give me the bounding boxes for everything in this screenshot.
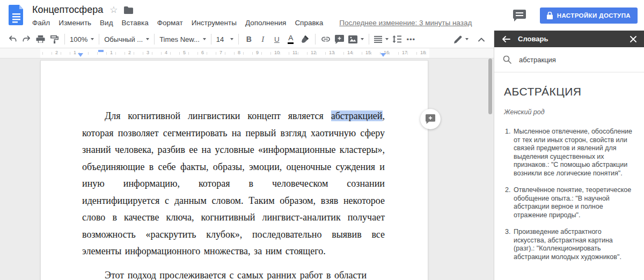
underline-button[interactable]: U [270, 33, 284, 46]
lock-icon [547, 12, 553, 19]
paragraph-1[interactable]: Для когнитивной лингвистики концепт явля… [82, 108, 385, 260]
paragraph-2[interactable]: Этот подход прослеживается с самых ранни… [82, 267, 385, 280]
document-area: Для когнитивной лингвистики концепт явля… [0, 58, 494, 280]
share-settings-label: НАСТРОЙКИ ДОСТУПА [557, 12, 631, 19]
font-size-value: 14 [216, 35, 224, 43]
paragraph-1-after: , которая позволяет сегментировать на пе… [82, 110, 385, 256]
chevron-down-icon [203, 38, 206, 40]
document-title[interactable]: Концептосфера [32, 4, 103, 16]
folder-icon[interactable] [124, 6, 133, 14]
ruler-number: 3 [147, 50, 149, 55]
title-row: Концептосфера ☆ [32, 4, 133, 16]
dictionary-search-row [494, 47, 644, 72]
zoom-select[interactable]: 100% [68, 33, 96, 46]
ruler-number: 7 [219, 50, 222, 55]
ruler-number: 2 [128, 50, 131, 55]
ruler-number: 11 [292, 50, 297, 55]
toolbar-separator [211, 34, 211, 45]
definition-item: Произведение абстрактного искусства, абс… [513, 228, 634, 261]
chevron-down-icon [146, 38, 149, 40]
align-button[interactable] [372, 33, 390, 46]
back-arrow-icon[interactable] [502, 35, 510, 43]
dictionary-definitions-list: Мысленное отвлечение, обособление от тех… [513, 128, 634, 261]
last-edit-link[interactable]: Последнее изменение: 3 минуты назад [339, 19, 472, 27]
chevron-down-icon [465, 38, 469, 40]
top-bar: Концептосфера ☆ Файл Изменить Вид Вставк… [0, 0, 644, 31]
paragraph-style-select[interactable]: Обычный ... [103, 33, 151, 46]
font-size-select[interactable]: 14 [215, 33, 235, 46]
menu-item-addons[interactable]: Дополнения [241, 18, 290, 28]
horizontal-ruler: 21123456789101112131415161718 [0, 48, 494, 58]
ruler-number: 8 [238, 50, 240, 55]
chevron-down-icon [230, 38, 233, 40]
ruler-number: 4 [165, 50, 167, 55]
share-settings-button[interactable]: НАСТРОЙКИ ДОСТУПА [540, 8, 638, 24]
zoom-value: 100% [70, 35, 87, 43]
undo-button[interactable] [5, 33, 19, 46]
redo-button[interactable] [19, 33, 33, 46]
menu-item-file[interactable]: Файл [31, 18, 54, 28]
text-color-label: A [288, 34, 294, 43]
ruler-number: 5 [183, 50, 186, 55]
bold-button[interactable]: B [242, 33, 256, 46]
menu-item-insert[interactable]: Вставка [118, 18, 153, 28]
editing-mode-button[interactable] [452, 33, 470, 46]
first-line-indent-marker[interactable] [98, 50, 104, 52]
ruler-number: 9 [256, 50, 259, 55]
line-spacing-button[interactable] [390, 33, 404, 46]
close-icon[interactable] [630, 36, 636, 42]
document-text[interactable]: Для когнитивной лингвистики концепт явля… [82, 108, 385, 280]
italic-button[interactable]: I [256, 33, 270, 46]
insert-image-button[interactable] [347, 33, 365, 46]
docs-logo-icon[interactable] [9, 5, 24, 27]
ruler-number: 17 [402, 50, 407, 55]
definition-item: Отвлечённое понятие, теоретическое обобщ… [513, 186, 634, 219]
ruler-number: 1 [110, 50, 113, 55]
menu-bar: Файл Изменить Вид Вставка Формат Инструм… [31, 18, 472, 28]
menu-item-view[interactable]: Вид [96, 18, 117, 28]
paragraph-1-before: Для когнитивной лингвистики концепт явля… [105, 110, 331, 121]
left-indent-marker[interactable] [78, 53, 83, 57]
ruler-number: 13 [329, 50, 334, 55]
menu-item-tools[interactable]: Инструменты [187, 18, 241, 28]
ruler-number: 2 [55, 50, 58, 55]
bold-label: B [246, 35, 252, 43]
chevron-down-icon [385, 38, 389, 40]
chevron-down-icon [361, 38, 364, 40]
document-scrollbar[interactable] [488, 58, 492, 114]
ruler-number: 6 [201, 50, 204, 55]
underline-label: U [274, 35, 280, 43]
font-value: Times New... [159, 35, 200, 43]
menu-item-edit[interactable]: Изменить [54, 18, 96, 28]
print-button[interactable] [33, 33, 47, 46]
toolbar-separator [64, 34, 65, 45]
collapse-toolbar-button[interactable] [474, 33, 488, 46]
right-indent-marker[interactable] [380, 53, 386, 57]
add-comment-floating-button[interactable] [420, 109, 441, 129]
italic-label: I [261, 35, 264, 44]
ruler-number: 15 [365, 50, 371, 55]
star-icon[interactable]: ☆ [109, 5, 118, 14]
paint-format-button[interactable] [47, 33, 61, 46]
menu-item-help[interactable]: Справка [290, 18, 327, 28]
font-select[interactable]: Times New... [158, 33, 208, 46]
dictionary-panel-header: Словарь [494, 31, 644, 47]
format-toolbar: 100% Обычный ... Times New... 14 B I U A [0, 31, 494, 48]
toolbar-separator [369, 34, 369, 45]
search-icon [503, 55, 511, 64]
dictionary-panel-title: Словарь [518, 35, 630, 43]
selected-word[interactable]: абстракцией [331, 110, 383, 121]
insert-link-button[interactable] [319, 33, 333, 46]
dictionary-search-input[interactable] [519, 56, 635, 64]
document-page[interactable]: Для когнитивной лингвистики концепт явля… [40, 60, 428, 280]
toolbar-separator [99, 34, 99, 45]
more-options-button[interactable]: ••• [404, 33, 418, 46]
paragraph-style-value: Обычный ... [104, 35, 143, 43]
highlight-color-button[interactable] [298, 33, 312, 46]
add-comment-button[interactable] [333, 33, 347, 46]
comments-icon[interactable] [513, 10, 526, 21]
topbar-right: НАСТРОЙКИ ДОСТУПА [513, 8, 638, 24]
ruler-numbers: 21123456789101112131415161718 [0, 48, 494, 58]
menu-item-format[interactable]: Формат [153, 18, 187, 28]
text-color-button[interactable]: A [284, 33, 298, 46]
